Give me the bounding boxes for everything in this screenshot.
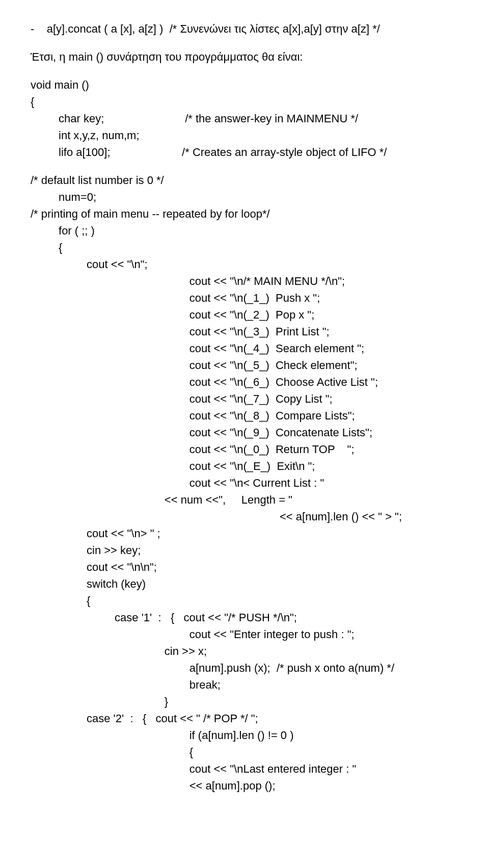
code-line: cout << "\n(_1_) Push x "; — [31, 290, 458, 306]
code-line: cout << "\n(_9_) Concatenate Lists"; — [31, 424, 458, 441]
code-line: { — [31, 239, 458, 256]
code-line: { — [31, 744, 458, 760]
code-line — [31, 37, 458, 48]
code-line: char key; /* the answer-key in MAINMENU … — [31, 110, 458, 127]
code-line: cout << "\n(_E_) Exit\n "; — [31, 458, 458, 475]
code-line: { — [31, 592, 458, 609]
code-line: void main () — [31, 76, 458, 93]
code-line: cout << "\n/* MAIN MENU */\n"; — [31, 273, 458, 290]
code-line: a[num].push (x); /* push x onto a(num) *… — [31, 660, 458, 676]
code-line: case '1' : { cout << "/* PUSH */\n"; — [31, 609, 458, 626]
code-line: for ( ;; ) — [31, 222, 458, 239]
code-line: if (a[num].len () != 0 ) — [31, 727, 458, 744]
code-line: { — [31, 93, 458, 110]
code-line: int x,y,z, num,m; — [31, 127, 458, 144]
code-line: cout << "\nLast entered integer : " — [31, 760, 458, 777]
code-line: << num <<", Length = " — [31, 491, 458, 508]
code-line: } — [31, 693, 458, 710]
code-line: cout << "\n< Current List : " — [31, 475, 458, 491]
code-line: cout << "\n(_6_) Choose Active List "; — [31, 374, 458, 390]
code-line: num=0; — [31, 189, 458, 205]
code-line: /* printing of main menu -- repeated by … — [31, 205, 458, 222]
code-line: lifo a[100]; /* Creates an array-style o… — [31, 144, 458, 161]
code-line: cout << "\n> " ; — [31, 525, 458, 542]
code-line — [31, 161, 458, 172]
code-line: cout << "\n(_8_) Compare Lists"; — [31, 407, 458, 424]
code-line: cout << "\n(_7_) Copy List "; — [31, 390, 458, 407]
code-line: - a[y].concat ( a [x], a[z] ) /* Συνενών… — [31, 20, 458, 37]
code-line: cin >> key; — [31, 542, 458, 559]
code-line: cout << "\n\n"; — [31, 559, 458, 575]
code-line: cout << "\n(_4_) Search element "; — [31, 340, 458, 357]
code-line: cin >> x; — [31, 643, 458, 660]
code-line: break; — [31, 676, 458, 693]
code-line: cout << "\n(_5_) Check element"; — [31, 357, 458, 374]
code-line — [31, 65, 458, 76]
code-line: cout << "\n(_0_) Return TOP "; — [31, 441, 458, 458]
code-line: cout << "\n(_3_) Print List "; — [31, 323, 458, 340]
code-line: cout << "\n(_2_) Pop x "; — [31, 306, 458, 323]
code-line: /* default list number is 0 */ — [31, 172, 458, 189]
code-line: Έτσι, η main () συνάρτηση του προγράμματ… — [31, 48, 458, 65]
code-line: switch (key) — [31, 575, 458, 592]
code-line: cout << "Enter integer to push : "; — [31, 626, 458, 643]
code-line: cout << "\n"; — [31, 256, 458, 273]
code-line: << a[num].pop (); — [31, 777, 458, 794]
code-line: case '2' : { cout << " /* POP */ "; — [31, 710, 458, 727]
code-line: << a[num].len () << " > "; — [31, 508, 458, 525]
